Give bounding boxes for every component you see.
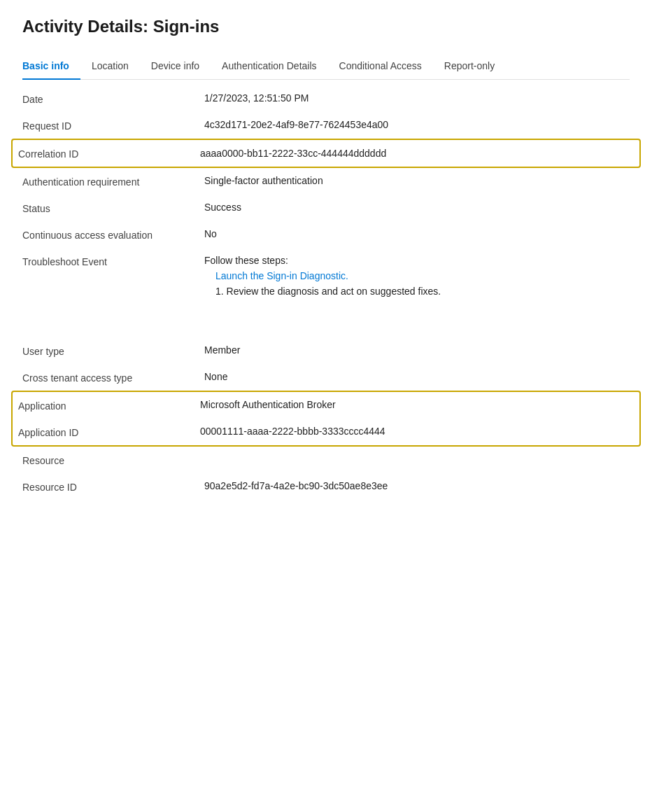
auth-req-value: Single-factor authentication	[204, 175, 630, 186]
application-id-value: 00001111-aaaa-2222-bbbb-3333cccc4444	[200, 426, 634, 437]
tabs-bar: Basic info Location Device info Authenti…	[22, 53, 630, 80]
request-id-value: 4c32d171-20e2-4af9-8e77-7624453e4a00	[204, 119, 630, 130]
auth-req-row: Authentication requirement Single-factor…	[22, 168, 630, 195]
date-label: Date	[22, 92, 204, 105]
continuous-access-label: Continuous access evaluation	[22, 228, 204, 241]
resource-label: Resource	[22, 454, 204, 466]
request-id-row: Request ID 4c32d171-20e2-4af9-8e77-76244…	[22, 112, 630, 139]
correlation-id-row: Correlation ID aaaa0000-bb11-2222-33cc-4…	[11, 139, 641, 168]
page-title: Activity Details: Sign-ins	[22, 17, 630, 36]
tab-conditional-access[interactable]: Conditional Access	[328, 53, 433, 80]
tab-location[interactable]: Location	[80, 53, 140, 80]
cross-tenant-row: Cross tenant access type None	[22, 364, 630, 391]
status-value: Success	[204, 202, 630, 213]
application-id-row: Application ID 00001111-aaaa-2222-bbbb-3…	[18, 419, 634, 445]
cross-tenant-label: Cross tenant access type	[22, 371, 204, 384]
troubleshoot-step: 1. Review the diagnosis and act on sugge…	[204, 286, 630, 297]
cross-tenant-value: None	[204, 371, 630, 382]
troubleshoot-row: Troubleshoot Event Follow these steps: L…	[22, 248, 630, 304]
application-group: Application Microsoft Authentication Bro…	[11, 391, 641, 447]
basic-info-content: Date 1/27/2023, 12:51:50 PM Request ID 4…	[22, 80, 630, 500]
user-type-row: User type Member	[22, 337, 630, 364]
user-type-label: User type	[22, 344, 204, 357]
correlation-id-label: Correlation ID	[18, 147, 200, 160]
application-label: Application	[18, 399, 200, 412]
resource-id-label: Resource ID	[22, 480, 204, 493]
troubleshoot-prefix: Follow these steps:	[204, 255, 630, 266]
tab-device-info[interactable]: Device info	[140, 53, 211, 80]
date-row: Date 1/27/2023, 12:51:50 PM	[22, 85, 630, 112]
tab-report-only[interactable]: Report-only	[433, 53, 506, 80]
status-label: Status	[22, 202, 204, 214]
continuous-access-value: No	[204, 228, 630, 239]
request-id-label: Request ID	[22, 119, 204, 132]
user-type-value: Member	[204, 344, 630, 356]
troubleshoot-value: Follow these steps: Launch the Sign-in D…	[204, 255, 630, 297]
resource-id-value: 90a2e5d2-fd7a-4a2e-bc90-3dc50ae8e3ee	[204, 480, 630, 491]
tab-basic-info[interactable]: Basic info	[22, 53, 80, 80]
tab-authentication-details[interactable]: Authentication Details	[211, 53, 327, 80]
application-row: Application Microsoft Authentication Bro…	[18, 392, 634, 419]
troubleshoot-link[interactable]: Launch the Sign-in Diagnostic.	[204, 270, 630, 281]
auth-req-label: Authentication requirement	[22, 175, 204, 188]
resource-row: Resource	[22, 447, 630, 473]
correlation-id-value: aaaa0000-bb11-2222-33cc-444444dddddd	[200, 148, 634, 159]
resource-id-row: Resource ID 90a2e5d2-fd7a-4a2e-bc90-3dc5…	[22, 473, 630, 500]
application-value: Microsoft Authentication Broker	[200, 399, 634, 410]
application-id-label: Application ID	[18, 426, 200, 438]
troubleshoot-label: Troubleshoot Event	[22, 255, 204, 267]
date-value: 1/27/2023, 12:51:50 PM	[204, 92, 630, 104]
status-row: Status Success	[22, 195, 630, 221]
continuous-access-row: Continuous access evaluation No	[22, 221, 630, 248]
